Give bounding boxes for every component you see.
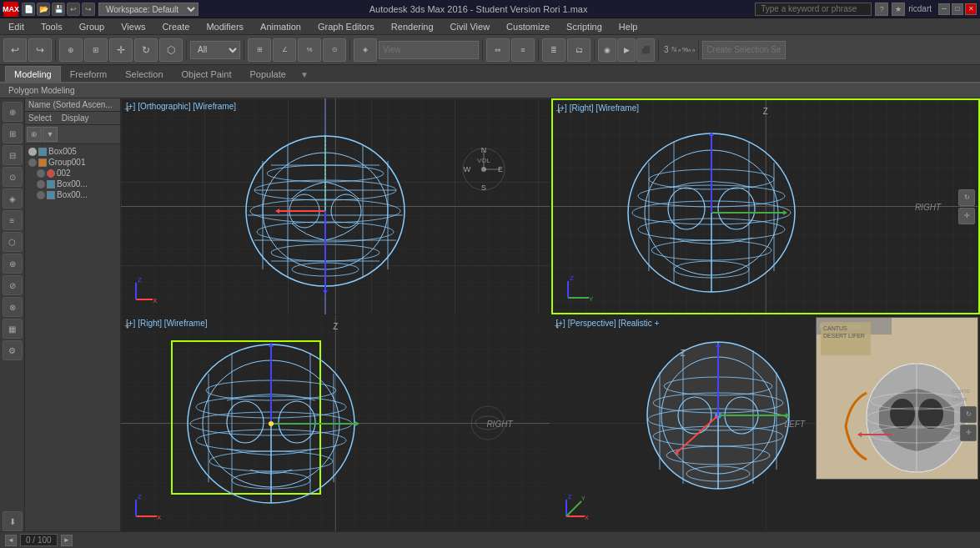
lp-btn-bottom[interactable]: ⬇ — [3, 511, 23, 531]
scene-item-002[interactable]: 002 — [27, 168, 118, 178]
scroll-right-btn[interactable]: ► — [61, 535, 73, 546]
visibility-icon-child1[interactable] — [37, 180, 45, 189]
scene-item-box-child-1[interactable]: Box00... — [27, 178, 118, 189]
menu-help[interactable]: Help — [616, 21, 641, 33]
lp-btn-6[interactable]: ≡ — [3, 210, 23, 230]
tab-object-paint[interactable]: Object Paint — [173, 66, 241, 82]
vp-plus-bl[interactable]: + — [124, 319, 131, 332]
tab-extra[interactable]: ▼ — [295, 68, 314, 82]
redo-btn[interactable]: ↪ — [28, 38, 52, 62]
viewport-bottom-left[interactable]: Z — [121, 315, 550, 531]
save-btn[interactable]: 💾 — [52, 3, 65, 16]
select-object-btn[interactable]: ⊕ — [59, 38, 83, 62]
nav-rotate-br[interactable]: ↻ — [960, 406, 977, 423]
menu-graph-editors[interactable]: Graph Editors — [314, 21, 378, 33]
select-filter-dropdown[interactable]: All — [190, 41, 240, 59]
lp-btn-1[interactable]: ⊕ — [3, 102, 23, 122]
lp-btn-11[interactable]: ▦ — [3, 319, 23, 339]
lp-btn-3[interactable]: ⊟ — [3, 145, 23, 165]
move-btn[interactable]: ✛ — [109, 38, 133, 62]
svg-line-144 — [566, 501, 581, 516]
scale-btn[interactable]: ⬡ — [159, 38, 183, 62]
vp-plus-br[interactable]: + — [555, 319, 561, 332]
menu-rendering[interactable]: Rendering — [388, 21, 437, 33]
select-region-btn[interactable]: ⊞ — [84, 38, 108, 62]
tab-populate[interactable]: Populate — [240, 66, 294, 82]
svg-text:DESERT LIFER: DESERT LIFER — [823, 333, 865, 339]
svg-text:CANTUS: CANTUS — [823, 325, 847, 331]
tab-selection[interactable]: Selection — [116, 66, 172, 82]
undo-qa-btn[interactable]: ↩ — [67, 3, 80, 16]
minimize-button[interactable]: ─ — [938, 3, 950, 15]
open-btn[interactable]: 📂 — [37, 3, 50, 16]
menu-civil-view[interactable]: Civil View — [447, 21, 493, 33]
lp-btn-12[interactable]: ⚙ — [3, 340, 23, 360]
polygon-modeling-tab[interactable]: Polygon Modeling — [5, 85, 78, 96]
scene-explorer-btn[interactable]: 🗂 — [567, 38, 591, 62]
create-sel-input[interactable] — [702, 41, 786, 59]
close-button[interactable]: ✕ — [965, 3, 977, 15]
menu-modifiers[interactable]: Modifiers — [203, 21, 247, 33]
new-btn[interactable]: 📄 — [22, 3, 35, 16]
render-setup-btn[interactable]: ◉ — [598, 38, 616, 62]
tab-modeling[interactable]: Modeling — [5, 66, 61, 82]
workspace-selector[interactable]: Workspace: Default — [98, 3, 199, 16]
render-frame-btn[interactable]: ⬛ — [636, 38, 655, 62]
display-label: Display — [62, 113, 89, 123]
vp-plus-tl[interactable]: + — [124, 102, 131, 115]
scene-item-box-child-2[interactable]: Box00... — [27, 189, 118, 200]
edit-named-sel-btn[interactable]: ◈ — [354, 38, 377, 62]
visibility-icon-child2[interactable] — [37, 191, 45, 199]
lp-btn-9[interactable]: ⊘ — [3, 275, 23, 295]
menu-scripting[interactable]: Scripting — [563, 21, 606, 33]
lp-btn-4[interactable]: ⊙ — [3, 167, 23, 187]
visibility-icon-group001[interactable] — [28, 158, 37, 167]
star-icon[interactable]: ★ — [892, 3, 905, 16]
snap-toggle-btn[interactable]: ⊞ — [248, 38, 271, 62]
menu-customize[interactable]: Customize — [503, 21, 553, 33]
lp-btn-10[interactable]: ⊗ — [3, 297, 23, 317]
spinner-snap-btn[interactable]: ⊙ — [323, 38, 346, 62]
layer-mgr-btn[interactable]: ≣ — [542, 38, 565, 62]
menu-animation[interactable]: Animation — [257, 21, 304, 33]
menu-create[interactable]: Create — [158, 21, 193, 33]
align-btn[interactable]: ≡ — [511, 38, 535, 62]
visibility-icon-002[interactable] — [37, 169, 45, 178]
maximize-button[interactable]: □ — [952, 3, 963, 15]
visibility-icon-box005[interactable] — [28, 148, 37, 156]
nav-rotate-tr[interactable]: ↻ — [958, 189, 975, 206]
rotate-btn[interactable]: ↻ — [134, 38, 158, 62]
vp-plus-tr[interactable]: + — [556, 103, 563, 117]
scroll-left-btn[interactable]: ◄ — [5, 535, 17, 546]
lp-btn-8[interactable]: ⊛ — [3, 254, 23, 274]
lp-btn-5[interactable]: ◈ — [3, 189, 23, 209]
scene-tb-filter[interactable]: ▼ — [43, 127, 58, 142]
tab-freeform[interactable]: Freeform — [61, 66, 117, 82]
angle-snap-btn[interactable]: ∠ — [273, 38, 296, 62]
viewport-top-right[interactable]: Z — [551, 98, 981, 314]
scene-item-box005[interactable]: Box005 — [27, 146, 118, 157]
coord-label: ℕ ₙ %ₙ ₙ — [671, 46, 696, 53]
scene-label-002: 002 — [57, 168, 71, 178]
search-input[interactable] — [755, 3, 872, 16]
nav-pan-tr[interactable]: ✛ — [958, 208, 975, 224]
menu-views[interactable]: Views — [118, 21, 148, 33]
menu-tools[interactable]: Tools — [38, 21, 66, 33]
viewport-bottom-right[interactable]: Eye Navigator CANTUS DESERT LIFER — [551, 315, 981, 531]
lp-btn-2[interactable]: ⊞ — [3, 123, 23, 143]
lp-btn-7[interactable]: ⬡ — [3, 232, 23, 252]
percent-snap-btn[interactable]: % — [298, 38, 321, 62]
mirror-btn[interactable]: ⇔ — [486, 38, 510, 62]
scene-item-group001[interactable]: Group001 — [27, 157, 118, 168]
menu-group[interactable]: Group — [76, 21, 108, 33]
help-icon[interactable]: ? — [875, 3, 888, 16]
nav-pan-br[interactable]: ✛ — [960, 425, 977, 441]
viewport-top-left[interactable]: N E S W VOL + [+] [Orthographic] [Wirefr… — [121, 98, 550, 314]
reference-image: Eye Navigator CANTUS DESERT LIFER — [816, 317, 978, 480]
menu-edit[interactable]: Edit — [5, 21, 28, 33]
undo-btn[interactable]: ↩ — [3, 38, 27, 62]
scene-tb-all[interactable]: ⊕ — [27, 127, 42, 142]
render-btn[interactable]: ▶ — [617, 38, 636, 62]
named-sel-input[interactable] — [379, 41, 479, 59]
redo-qa-btn[interactable]: ↪ — [82, 3, 95, 16]
